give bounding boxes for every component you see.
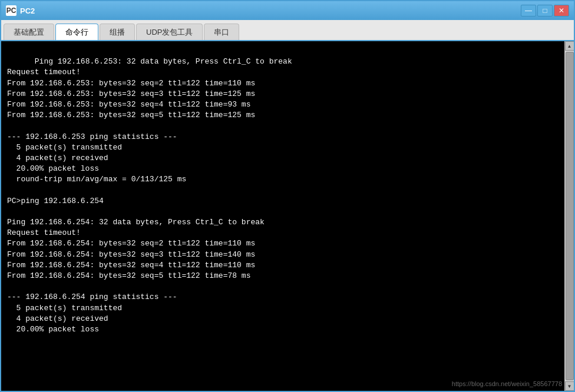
tab-group[interactable]: 组播 (100, 24, 135, 40)
terminal-text: Ping 192.168.6.253: 32 data bytes, Press… (7, 57, 292, 334)
scroll-thumb[interactable] (566, 52, 574, 380)
scroll-up-button[interactable]: ▲ (565, 41, 574, 51)
tab-bar: 基础配置 命令行 组播 UDP发包工具 串口 (1, 20, 574, 41)
terminal-output[interactable]: Ping 192.168.6.253: 32 data bytes, Press… (1, 41, 564, 391)
content-area: Ping 192.168.6.253: 32 data bytes, Press… (1, 41, 574, 391)
window-title: PC2 (20, 6, 35, 15)
title-bar: PC PC2 — □ ✕ (1, 1, 574, 20)
window-icon: PC (6, 5, 16, 16)
scroll-down-button[interactable]: ▼ (565, 381, 574, 391)
tab-cmd[interactable]: 命令行 (55, 24, 98, 40)
close-button[interactable]: ✕ (554, 5, 569, 16)
scrollbar[interactable]: ▲ ▼ (564, 41, 574, 391)
minimize-button[interactable]: — (521, 5, 536, 16)
title-controls: — □ ✕ (521, 5, 569, 16)
maximize-button[interactable]: □ (537, 5, 553, 16)
tab-serial[interactable]: 串口 (204, 24, 239, 40)
watermark: https://blog.csdn.net/weixin_58567778 (452, 380, 562, 388)
title-bar-left: PC PC2 (6, 5, 35, 16)
tab-basic[interactable]: 基础配置 (4, 24, 54, 40)
tab-udp[interactable]: UDP发包工具 (136, 24, 203, 40)
main-window: PC PC2 — □ ✕ 基础配置 命令行 组播 UDP发包工具 串口 Ping… (0, 0, 575, 392)
